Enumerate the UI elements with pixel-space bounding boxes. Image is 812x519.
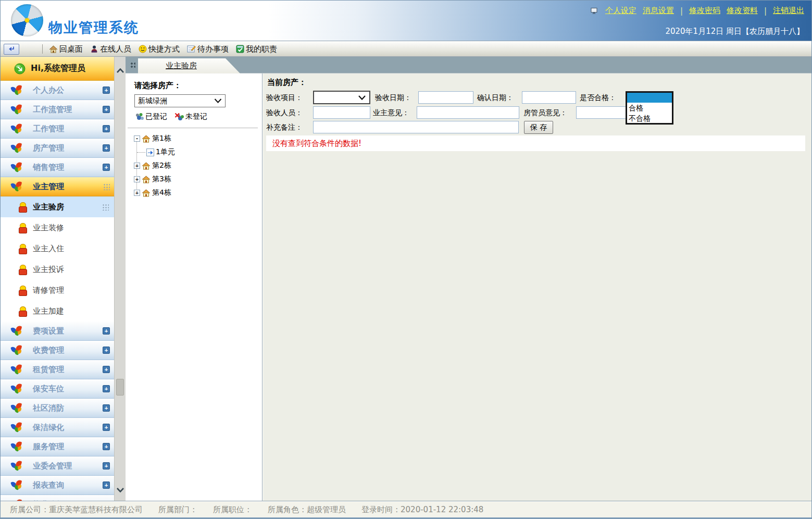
sidebar-item-owner-complaint[interactable]: 业主投诉	[1, 259, 114, 280]
sidebar-item-label: 费项设置	[33, 326, 103, 336]
return-button[interactable]	[4, 44, 19, 55]
toolbar-item-shortcuts[interactable]: 快捷方式	[139, 44, 180, 54]
qualified-option-fail[interactable]: 不合格	[627, 113, 672, 123]
sidebar-item-property-analysis[interactable]: 物业分析*	[1, 495, 114, 501]
chevron-down-icon[interactable]	[117, 488, 124, 492]
toolbar-item-todo[interactable]: 待办事项	[187, 44, 229, 54]
sidebar-item-sales-mgmt[interactable]: 销售管理	[1, 158, 114, 177]
sidebar-item-property-mgmt[interactable]: 房产管理	[1, 139, 114, 158]
tree-node-building2[interactable]: 第2栋	[134, 159, 259, 172]
expand-icon[interactable]	[134, 163, 140, 169]
plus-box-icon[interactable]	[103, 144, 110, 152]
toolbar-item-online-users[interactable]: 在线人员	[90, 44, 131, 54]
plus-box-icon[interactable]	[103, 125, 110, 132]
toolbar-item-desktop[interactable]: 回桌面	[49, 44, 83, 54]
separator: |	[764, 6, 767, 16]
save-button[interactable]: 保 存	[524, 121, 553, 134]
sidebar-item-service-mgmt[interactable]: 服务管理	[1, 437, 114, 456]
registered-filter[interactable]: 已登记	[134, 112, 167, 121]
drag-handle-icon[interactable]	[102, 203, 109, 211]
plus-box-icon[interactable]	[103, 347, 110, 354]
qualified-option-pass[interactable]: 合格	[627, 103, 672, 113]
tree-node-label: 第1栋	[152, 134, 171, 143]
owner-opinion-field[interactable]	[417, 106, 519, 119]
greeting-label: Hi,系统管理员	[31, 63, 85, 74]
link-message-settings[interactable]: 消息设置	[643, 6, 674, 16]
toolbar-item-label: 我的职责	[246, 44, 277, 54]
sidebar-item-owner-committee[interactable]: 业委会管理	[1, 456, 114, 476]
plus-box-icon[interactable]	[103, 86, 110, 94]
status-login-time: 登录时间：2020-01-12 22:03:48	[361, 505, 483, 515]
qualified-selected-option[interactable]	[627, 93, 672, 103]
sidebar-item-community-fire[interactable]: 社区消防	[1, 399, 114, 418]
house-icon	[142, 176, 151, 183]
tree-node-unit1[interactable]: 1单元	[134, 145, 259, 159]
scrollbar-thumb[interactable]	[116, 379, 124, 396]
sidebar-item-label: 业主管理	[33, 182, 103, 192]
sidebar-item-fee-setup[interactable]: 费项设置	[1, 322, 114, 341]
sidebar-item-work-mgmt[interactable]: 工作管理	[1, 119, 114, 139]
sidebar-item-label: 请修管理	[33, 286, 109, 295]
link-personal-settings[interactable]: 个人设定	[605, 6, 636, 16]
tree-node-building3[interactable]: 第3栋	[134, 172, 259, 186]
plus-box-icon[interactable]	[103, 385, 110, 392]
plus-box-icon[interactable]	[103, 404, 110, 412]
unregistered-filter[interactable]: 未登记	[174, 112, 207, 121]
status-position: 所属职位：	[213, 505, 252, 515]
person-icon	[18, 244, 27, 254]
estate-select[interactable]: 新城绿洲	[134, 94, 226, 107]
accept-date-field[interactable]	[418, 91, 473, 104]
sidebar-item-owner-mgmt[interactable]: 业主管理	[1, 177, 114, 196]
link-edit-profile[interactable]: 修改资料	[727, 6, 758, 16]
remark-label: 补充备注：	[266, 121, 303, 133]
sidebar-item-owner-extension[interactable]: 业主加建	[1, 301, 114, 322]
sidebar-item-label: 业主投诉	[33, 265, 109, 275]
expand-icon[interactable]	[134, 176, 140, 182]
tree-node-building1[interactable]: 第1栋	[134, 132, 259, 145]
sidebar-scroll-strip[interactable]	[114, 57, 126, 501]
sidebar-item-owner-movein[interactable]: 业主入住	[1, 238, 114, 259]
expand-icon[interactable]	[134, 190, 140, 196]
sidebar-item-cleaning-greening[interactable]: 保洁绿化	[1, 418, 114, 437]
sidebar-item-repair-mgmt[interactable]: 请修管理	[1, 280, 114, 301]
chevron-up-icon[interactable]	[117, 68, 124, 73]
plus-box-icon[interactable]	[103, 443, 110, 450]
sidebar-item-lease-mgmt[interactable]: 租赁管理	[1, 360, 114, 379]
sidebar-item-label: 房产管理	[33, 143, 103, 153]
toolbar-item-duties[interactable]: 我的职责	[236, 44, 277, 54]
remark-field[interactable]	[313, 121, 519, 133]
sidebar-item-label: 收费管理	[33, 345, 103, 355]
sidebar-item-owner-renovation[interactable]: 业主装修	[1, 217, 114, 238]
divider	[128, 128, 258, 128]
drag-handle-icon[interactable]	[103, 183, 110, 190]
plus-box-icon[interactable]	[103, 481, 110, 489]
plus-box-icon[interactable]	[103, 327, 110, 335]
plus-box-icon[interactable]	[103, 366, 110, 373]
link-logout[interactable]: 注销退出	[773, 6, 804, 16]
inspection-item-select[interactable]	[313, 91, 370, 104]
tab-owner-inspection[interactable]: 业主验房	[138, 58, 240, 73]
sidebar-item-workflow-mgmt[interactable]: 工作流管理	[1, 100, 114, 119]
sidebar-item-label: 工作管理	[33, 124, 103, 134]
inspector-field[interactable]	[313, 106, 370, 119]
confirm-date-field[interactable]	[522, 91, 576, 104]
todo-icon	[187, 45, 196, 53]
tab-drag-handle-icon[interactable]	[130, 62, 135, 68]
plus-box-icon[interactable]	[103, 424, 110, 431]
tree-node-building4[interactable]: 第4栋	[134, 186, 259, 200]
plus-box-icon[interactable]	[103, 106, 110, 113]
collapse-icon[interactable]	[134, 135, 140, 142]
manager-opinion-label: 房管员意见：	[523, 106, 567, 119]
sidebar-item-charge-mgmt[interactable]: 收费管理	[1, 341, 114, 360]
chevron-down-icon	[358, 95, 366, 100]
estate-tree-panel: 请选择房产： 新城绿洲 已登记 未登记 第1栋	[126, 73, 263, 501]
sidebar-item-personal-office[interactable]: 个人办公	[1, 81, 114, 100]
sidebar-item-security-parking[interactable]: 保安车位	[1, 379, 114, 399]
sidebar-item-report-query[interactable]: 报表查询	[1, 476, 114, 495]
plus-box-icon[interactable]	[103, 462, 110, 469]
sidebar-item-owner-inspection[interactable]: 业主验房	[1, 196, 114, 217]
link-change-password[interactable]: 修改密码	[689, 6, 720, 16]
date-display: 2020年1月12日 周日【农历腊月十八】	[665, 27, 804, 36]
butterfly-icon	[11, 384, 22, 394]
plus-box-icon[interactable]	[103, 164, 110, 171]
